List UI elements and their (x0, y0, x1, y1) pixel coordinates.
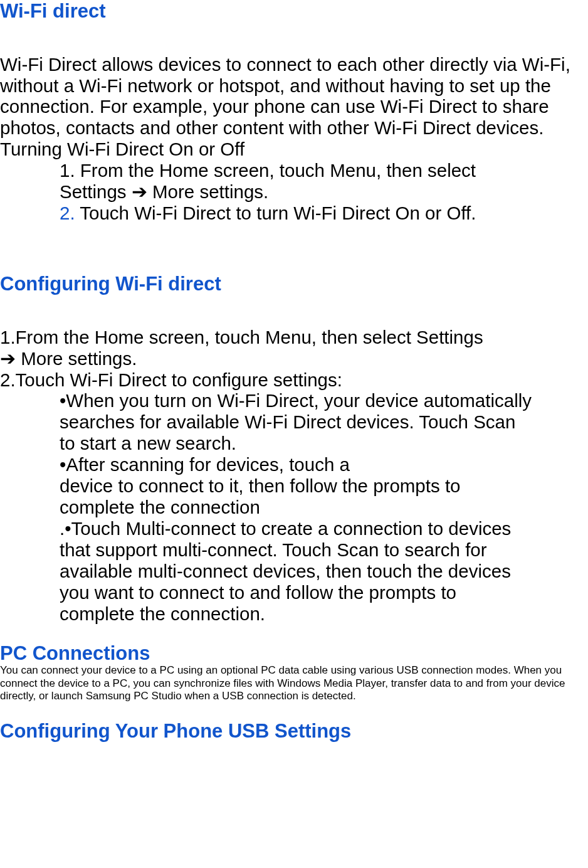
config-step-1-line-1: 1.From the Home screen, touch Menu, then… (0, 327, 588, 348)
config-bullet-1-line-2: searches for available Wi-Fi Direct devi… (60, 411, 588, 433)
heading-pc-connections: PC Connections (0, 642, 588, 665)
config-step-1-line-2: ➔ More settings. (0, 348, 588, 369)
pc-connections-text: You can connect your device to a PC usin… (0, 664, 588, 702)
document-body: Wi-Fi direct Wi-Fi Direct allows devices… (0, 0, 588, 743)
wifi-direct-subtitle: Turning Wi-Fi Direct On or Off (0, 139, 588, 160)
config-bullet-2-line-3: complete the connection (60, 497, 588, 518)
wifi-step-1-line-2: Settings ➔ More settings. (60, 181, 588, 203)
heading-wifi-direct: Wi-Fi direct (0, 0, 588, 23)
config-bullet-3-line-1: .•Touch Multi-connect to create a connec… (60, 518, 588, 539)
config-bullet-3-line-3: available multi-connect devices, then to… (60, 561, 588, 582)
wifi-step-1-line-1: 1. From the Home screen, touch Menu, the… (60, 160, 588, 181)
heading-configuring-wifi-direct: Configuring Wi-Fi direct (0, 273, 588, 295)
config-bullet-3-line-2: that support multi-connect. Touch Scan t… (60, 539, 588, 561)
step-2-text: Touch Wi-Fi Direct to turn Wi-Fi Direct … (75, 203, 476, 223)
config-bullet-2-line-2: device to connect to it, then follow the… (60, 475, 588, 497)
heading-usb-settings: Configuring Your Phone USB Settings (0, 720, 588, 743)
config-bullet-3-line-4: you want to connect to and follow the pr… (60, 582, 588, 603)
config-bullet-2-line-1: •After scanning for devices, touch a (60, 454, 588, 475)
wifi-direct-intro: Wi-Fi Direct allows devices to connect t… (0, 54, 588, 139)
config-bullet-1-line-1: •When you turn on Wi-Fi Direct, your dev… (60, 390, 588, 411)
config-bullet-3-line-5: complete the connection. (60, 603, 588, 625)
step-number-2: 2. (60, 203, 75, 223)
wifi-step-2: 2. Touch Wi-Fi Direct to turn Wi-Fi Dire… (60, 203, 588, 224)
config-bullet-1-line-3: to start a new search. (60, 433, 588, 454)
config-step-2: 2.Touch Wi-Fi Direct to configure settin… (0, 369, 588, 391)
